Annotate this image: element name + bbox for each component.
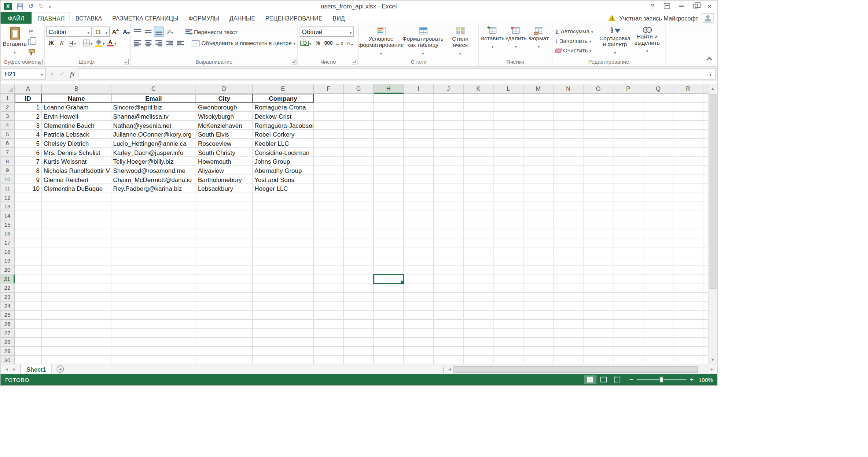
cell-R22[interactable] (673, 283, 703, 293)
cell-L14[interactable] (494, 211, 524, 220)
cell-Q23[interactable] (643, 293, 673, 302)
cell-M15[interactable] (523, 220, 553, 230)
cell-B6[interactable]: Chelsey Dietrich (42, 139, 111, 148)
cell-C6[interactable]: Lucio_Hettinger@annie.ca (111, 139, 196, 148)
cell-M14[interactable] (523, 211, 553, 220)
cell-H7[interactable] (374, 148, 404, 157)
cell-O3[interactable] (584, 112, 614, 121)
cell-J15[interactable] (434, 220, 464, 230)
cell-K13[interactable] (464, 202, 494, 211)
cell-I10[interactable] (404, 175, 434, 184)
cell-F20[interactable] (314, 265, 344, 275)
cell-G25[interactable] (344, 311, 374, 320)
cell-R10[interactable] (673, 175, 703, 184)
cell-D17[interactable] (196, 238, 253, 248)
cell-Q12[interactable] (643, 193, 673, 203)
cell-F9[interactable] (314, 166, 344, 175)
cell-C19[interactable] (111, 256, 196, 265)
cell-I16[interactable] (404, 229, 434, 238)
cell-J25[interactable] (434, 311, 464, 320)
cell-K16[interactable] (464, 229, 494, 238)
cell-H17[interactable] (374, 238, 404, 248)
cell-I19[interactable] (404, 256, 434, 265)
column-header-L[interactable]: L (494, 84, 524, 94)
scroll-left-icon[interactable] (445, 367, 453, 371)
cell-P5[interactable] (614, 130, 644, 139)
cell-Q7[interactable] (643, 148, 673, 157)
cell-K24[interactable] (464, 302, 494, 311)
cell-B1[interactable]: Name (42, 94, 111, 103)
cell-B13[interactable] (42, 202, 111, 211)
row-header-11[interactable]: 11 (1, 184, 15, 193)
cell-Q14[interactable] (643, 211, 673, 220)
cell-P20[interactable] (614, 265, 644, 275)
number-format-combo[interactable]: Общий (300, 26, 354, 37)
format-as-table-button[interactable]: Форматировать как таблицу (401, 25, 444, 56)
cell-N27[interactable] (553, 329, 584, 338)
prev-sheet-icon[interactable] (4, 367, 8, 371)
grow-font-button[interactable]: А (111, 26, 120, 37)
row-header-28[interactable]: 28 (1, 338, 15, 347)
cell-I23[interactable] (404, 293, 434, 302)
row-header-14[interactable]: 14 (1, 211, 15, 220)
cell-N19[interactable] (553, 256, 584, 265)
cell-A13[interactable] (15, 202, 42, 211)
cell-A19[interactable] (15, 256, 42, 265)
cell-M26[interactable] (523, 320, 553, 329)
cell-H18[interactable] (374, 248, 404, 257)
cell-P1[interactable] (614, 94, 644, 103)
accounting-format-button[interactable] (300, 38, 312, 48)
cell-A4[interactable]: 3 (15, 121, 42, 130)
cell-N11[interactable] (553, 184, 584, 193)
cell-Q16[interactable] (643, 229, 673, 238)
cell-H22[interactable] (374, 283, 404, 293)
cell-F21[interactable] (314, 275, 344, 284)
cell-J1[interactable] (434, 94, 464, 103)
column-header-G[interactable]: G (344, 84, 374, 94)
cell-E16[interactable] (253, 229, 314, 238)
cell-C27[interactable] (111, 329, 196, 338)
cell-N21[interactable] (553, 275, 584, 284)
cell-Q1[interactable] (643, 94, 673, 103)
cell-B9[interactable]: Nicholas Runolfsdottir V (42, 166, 111, 175)
row-header-21[interactable]: 21 (1, 275, 15, 284)
cell-J23[interactable] (434, 293, 464, 302)
cell-F11[interactable] (314, 184, 344, 193)
cell-A26[interactable] (15, 320, 42, 329)
cell-D26[interactable] (196, 320, 253, 329)
cell-C7[interactable]: Karley_Dach@jasper.info (111, 148, 196, 157)
undo-icon[interactable] (28, 3, 33, 9)
cell-G14[interactable] (344, 211, 374, 220)
cell-I21[interactable] (404, 275, 434, 284)
cell-N18[interactable] (553, 248, 584, 257)
cell-N6[interactable] (553, 139, 584, 148)
cell-F30[interactable] (314, 356, 344, 364)
cell-L24[interactable] (494, 302, 524, 311)
cell-I13[interactable] (404, 202, 434, 211)
cell-G6[interactable] (344, 139, 374, 148)
cell-F28[interactable] (314, 338, 344, 347)
cell-R14[interactable] (673, 211, 703, 220)
cell-J7[interactable] (434, 148, 464, 157)
cell-P11[interactable] (614, 184, 644, 193)
cell-A11[interactable]: 10 (15, 184, 42, 193)
cell-R13[interactable] (673, 202, 703, 211)
cell-G20[interactable] (344, 265, 374, 275)
row-header-16[interactable]: 16 (1, 229, 15, 238)
cell-D30[interactable] (196, 356, 253, 364)
cancel-entry-icon[interactable] (47, 70, 57, 78)
align-right-button[interactable] (154, 38, 164, 48)
cell-R12[interactable] (673, 193, 703, 203)
tab-data[interactable]: ДАННЫЕ (224, 12, 260, 23)
cell-D2[interactable]: Gwenborough (196, 103, 253, 112)
cell-D24[interactable] (196, 302, 253, 311)
cell-G18[interactable] (344, 248, 374, 257)
cell-C28[interactable] (111, 338, 196, 347)
cell-G17[interactable] (344, 238, 374, 248)
cell-H19[interactable] (374, 256, 404, 265)
cell-A22[interactable] (15, 283, 42, 293)
user-avatar-icon[interactable] (702, 13, 713, 22)
cell-Q25[interactable] (643, 311, 673, 320)
cell-R4[interactable] (673, 121, 703, 130)
column-header-E[interactable]: E (253, 84, 314, 94)
